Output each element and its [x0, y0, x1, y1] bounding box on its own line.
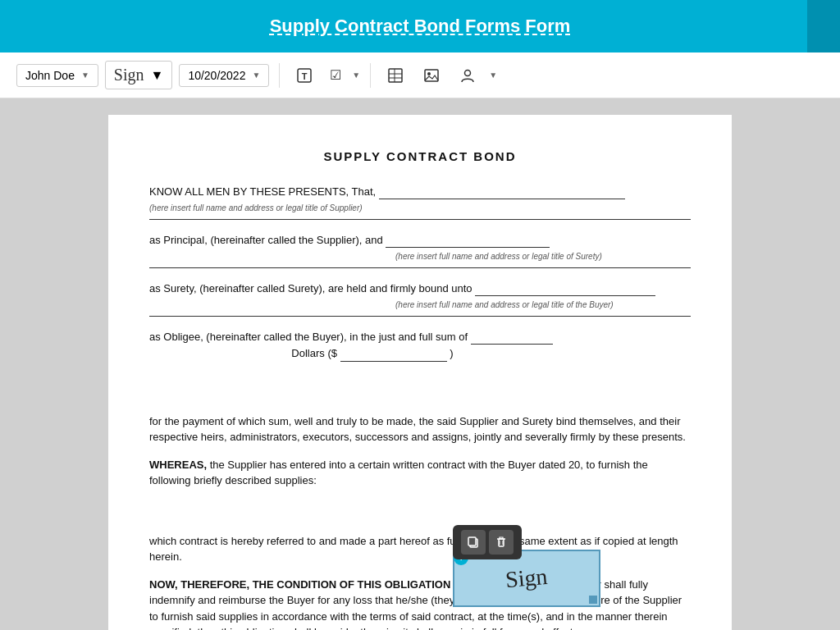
para-4: as Obligee, (hereinafter called the Buye… — [149, 328, 691, 402]
para-6-rest: the Supplier has entered into a certain … — [149, 459, 648, 487]
para-1: KNOW ALL MEN BY THESE PRESENTS, That, (h… — [149, 183, 691, 220]
insert-tools: T ☑ ▼ — [290, 61, 360, 90]
copy-sig-btn[interactable] — [461, 530, 486, 555]
header-corner — [807, 0, 840, 52]
insert-dropdown-arrow[interactable]: ▼ — [352, 71, 360, 80]
para-6: WHEREAS, the Supplier has entered into a… — [149, 457, 691, 489]
para-8: NOW, THEREFORE, THE CONDITION OF THIS OB… — [149, 577, 691, 631]
para-3-hint: (here insert full name and address or le… — [395, 300, 614, 309]
sign-select[interactable]: Sign ▼ — [105, 61, 173, 89]
image-tool-btn[interactable] — [417, 61, 446, 90]
person-dropdown-arrow[interactable]: ▼ — [489, 71, 497, 80]
text-tool-btn[interactable]: T — [290, 61, 319, 90]
svg-point-8 — [465, 70, 471, 75]
para-4-close: ) — [450, 347, 453, 359]
sign-select-arrow: ▼ — [151, 68, 164, 83]
svg-point-7 — [427, 72, 431, 75]
delete-sig-btn[interactable] — [489, 530, 514, 555]
document-page: SUPPLY CONTRACT BOND KNOW ALL MEN BY THE… — [108, 115, 732, 630]
signature-resize-handle[interactable] — [589, 596, 597, 604]
page-title: Supply Contract Bond Forms Form — [270, 16, 571, 37]
para-3-line — [149, 316, 691, 317]
svg-text:T: T — [302, 71, 308, 81]
user-name-label: John Doe — [25, 69, 75, 82]
para-1-hint: (here insert full name and address or le… — [149, 203, 363, 212]
para-7: which contract is hereby referred to and… — [149, 533, 691, 565]
para-2: as Principal, (hereinafter called the Su… — [149, 231, 691, 268]
user-select-arrow: ▼ — [81, 71, 89, 80]
svg-rect-6 — [425, 70, 438, 81]
app-header: Supply Contract Bond Forms Form — [0, 0, 840, 52]
svg-rect-2 — [389, 69, 402, 82]
date-value: 10/20/2022 — [188, 69, 245, 82]
toolbar-divider-2 — [370, 63, 371, 88]
para-1-line — [149, 219, 691, 220]
person-tool-btn[interactable] — [453, 61, 482, 90]
toolbar: John Doe ▼ Sign ▼ 10/20/2022 ▼ T ☑ ▼ ▼ — [0, 52, 840, 98]
checkbox-tool-btn[interactable]: ☑ — [321, 61, 350, 90]
para-1-start: KNOW ALL MEN BY THESE PRESENTS, That, — [149, 185, 379, 198]
para-2-hint: (here insert full name and address or le… — [395, 252, 602, 261]
date-select-arrow: ▼ — [252, 71, 260, 80]
para-4-start: as Obligee, (hereinafter called the Buye… — [149, 331, 468, 343]
user-select[interactable]: John Doe ▼ — [16, 64, 98, 87]
toolbar-divider-1 — [279, 63, 280, 88]
para-6-bold: WHEREAS, — [149, 459, 207, 471]
para-3: as Surety, (hereinafter called Surety), … — [149, 280, 691, 317]
table-tool-btn[interactable] — [381, 61, 410, 90]
svg-rect-10 — [468, 537, 476, 546]
para-2-start: as Principal, (hereinafter called the Su… — [149, 234, 386, 246]
checkbox-icon: ☑ — [330, 67, 341, 83]
doc-title: SUPPLY CONTRACT BOND — [149, 148, 691, 167]
para-4-dollars: Dollars ($ — [149, 347, 337, 359]
signature-image: Sign — [504, 559, 550, 596]
sign-label: Sign — [114, 66, 144, 84]
blank-space — [149, 500, 691, 533]
para-5-text: for the payment of which sum, well and t… — [149, 415, 686, 444]
document-area: SUPPLY CONTRACT BOND KNOW ALL MEN BY THE… — [0, 98, 840, 630]
para-8-bold: NOW, THEREFORE, THE CONDITION OF THIS OB… — [149, 578, 450, 591]
date-select[interactable]: 10/20/2022 ▼ — [179, 64, 269, 87]
para-3-start: as Surety, (hereinafter called Surety), … — [149, 282, 475, 294]
signature-toolbar — [453, 525, 522, 559]
para-5: for the payment of which sum, well and t… — [149, 413, 691, 445]
para-2-line — [149, 267, 691, 268]
